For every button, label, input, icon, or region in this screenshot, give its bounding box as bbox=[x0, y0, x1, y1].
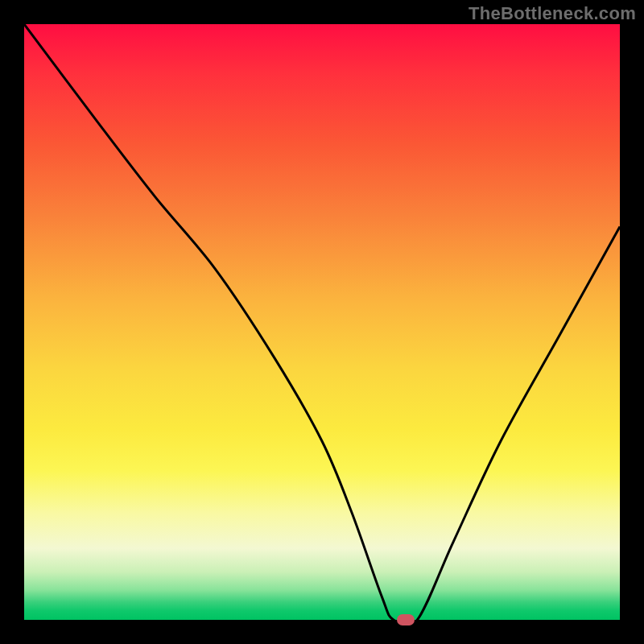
curve-layer bbox=[24, 24, 620, 620]
watermark-text: TheBottleneck.com bbox=[469, 3, 636, 24]
plot-area bbox=[24, 24, 620, 620]
bottleneck-curve bbox=[24, 24, 620, 620]
optimum-marker bbox=[397, 614, 415, 625]
chart-frame: TheBottleneck.com bbox=[0, 0, 644, 644]
